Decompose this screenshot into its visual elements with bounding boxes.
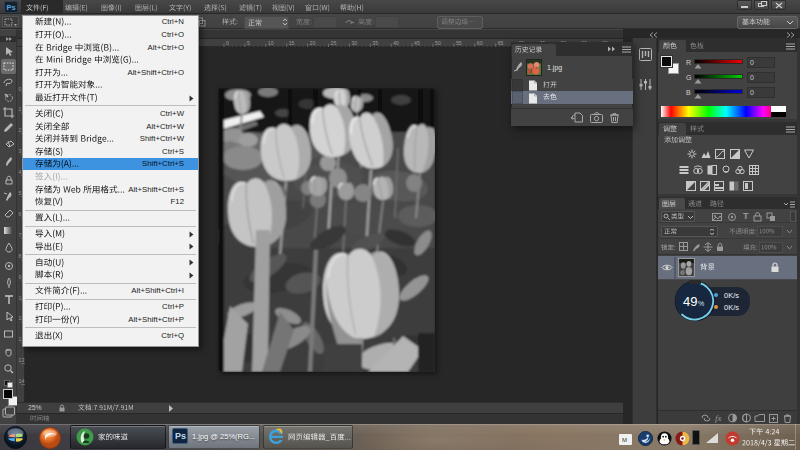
svg-text:fx: fx [715,413,722,423]
svg-text:15: 15 [289,40,295,46]
svg-text:65: 65 [498,40,504,46]
svg-text:35: 35 [372,40,378,46]
svg-text:10: 10 [268,40,274,46]
svg-text:55: 55 [456,40,462,46]
svg-text:20: 20 [310,40,316,46]
svg-text:30: 30 [351,40,357,46]
svg-text:60: 60 [477,40,483,46]
svg-text:13: 13 [19,357,25,363]
svg-text:50: 50 [435,40,441,46]
svg-text:25: 25 [331,40,337,46]
svg-text:%: % [698,300,704,307]
svg-text:0: 0 [226,40,229,46]
svg-text:49: 49 [683,294,697,309]
svg-text:0K/s: 0K/s [724,303,739,312]
svg-text:40: 40 [393,40,399,46]
svg-text:45: 45 [414,40,420,46]
svg-text:5: 5 [247,40,250,46]
svg-text:0K/s: 0K/s [724,291,739,300]
svg-text:14: 14 [19,378,25,384]
